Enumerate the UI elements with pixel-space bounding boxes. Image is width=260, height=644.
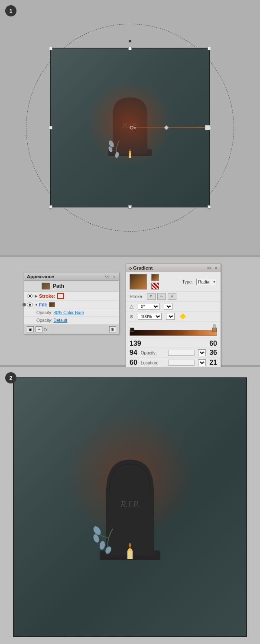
glow-effect xyxy=(87,80,173,167)
aspect-dropdown-wrapper[interactable]: ▼ xyxy=(166,313,175,320)
gradient-end-handle[interactable] xyxy=(205,125,210,130)
gradient-opacity-row: 94 Opacity: ▼ 36 xyxy=(126,348,221,357)
panels-row: Appearance << ≡ Path ▶ Stroke: ▼ Fill: xyxy=(0,257,260,365)
fill-visibility-toggle[interactable] xyxy=(27,303,33,307)
gradient-stroke-label: Stroke: xyxy=(130,294,143,299)
appearance-collapse-btn[interactable]: << xyxy=(104,274,110,279)
section-1-canvas: 1 R.I.P. xyxy=(0,0,260,255)
gradient-titlebar[interactable]: ◇ Gradient << ≡ xyxy=(126,264,221,272)
opacity-prop-label: Opacity: xyxy=(141,351,165,355)
aspect-dropdown[interactable]: ▼ xyxy=(166,313,175,320)
handle-br[interactable] xyxy=(208,205,211,209)
section-2-canvas: 2 R.I.P. xyxy=(0,367,260,644)
appearance-menu-btn[interactable]: ≡ xyxy=(112,274,116,279)
angle-dropdown-wrapper[interactable]: ▼ xyxy=(164,303,172,310)
gradient-bar-area: 🗑 xyxy=(126,322,221,338)
svg-point-19 xyxy=(129,543,131,547)
handle-tr[interactable] xyxy=(208,47,211,50)
svg-rect-16 xyxy=(127,551,133,559)
gradient-bar[interactable] xyxy=(130,330,217,336)
fill-connector-dot xyxy=(23,303,26,306)
gradient-num-5: 60 xyxy=(130,359,137,367)
gradient-handle-icon xyxy=(180,313,186,319)
svg-point-14 xyxy=(99,541,105,550)
gradient-swatch-small[interactable] xyxy=(151,274,159,281)
gradient-num-4: 36 xyxy=(209,349,217,357)
fill-expand-arrow[interactable]: ▼ xyxy=(35,303,38,307)
handle-tm[interactable] xyxy=(128,47,132,50)
gradient-handle-line[interactable] xyxy=(130,125,210,130)
fill-row[interactable]: ▼ Fill: xyxy=(24,301,119,309)
aspect-select[interactable]: 100% xyxy=(138,313,162,320)
appearance-panel-controls: << ≡ xyxy=(104,274,116,279)
fill-swatch[interactable] xyxy=(49,302,55,307)
gradient-num-3: 94 xyxy=(130,349,137,357)
appearance-bottom-bar: ▣ + fx 🗑 xyxy=(24,325,119,334)
stroke-visibility-toggle[interactable] xyxy=(27,294,33,298)
svg-point-17 xyxy=(128,548,132,551)
step-2-badge: 2 xyxy=(5,372,16,383)
gradient-stop-left[interactable] xyxy=(130,328,134,332)
canvas-area-1[interactable]: R.I.P. xyxy=(50,48,210,208)
gradient-stroke-row: Stroke: ⊓ ▭ ⊔ xyxy=(126,292,221,302)
stroke-row[interactable]: ▶ Stroke: xyxy=(24,292,119,301)
gradient-panel: ◇ Gradient << ≡ Type: Radial Linear xyxy=(126,264,221,368)
location-dropdown-wrapper[interactable]: ▼ xyxy=(198,359,206,366)
opacity-dropdown-wrapper[interactable]: ▼ xyxy=(198,349,206,356)
stroke-btn-3[interactable]: ⊔ xyxy=(168,293,176,300)
path-row: Path xyxy=(24,281,119,292)
appearance-panel: Appearance << ≡ Path ▶ Stroke: ▼ Fill: xyxy=(24,272,119,334)
opacity-input[interactable] xyxy=(168,350,195,356)
stroke-expand-arrow[interactable]: ▶ xyxy=(35,294,38,298)
opacity2-label: Opacity: Default xyxy=(33,318,67,323)
gradient-menu-btn[interactable]: ≡ xyxy=(214,266,218,270)
rotation-handle[interactable] xyxy=(129,40,131,42)
angle-select-wrapper[interactable]: 0° 45° 90° xyxy=(138,303,159,310)
location-input[interactable] xyxy=(168,360,195,366)
gradient-num-2: 60 xyxy=(209,340,217,348)
gradient-collapse-btn[interactable]: << xyxy=(206,266,212,270)
opacity2-row: Opacity: Default xyxy=(24,317,119,325)
aspect-select-wrapper[interactable]: 100% xyxy=(138,313,162,320)
opacity-dropdown[interactable]: ▼ xyxy=(198,349,206,356)
gradient-title: ◇ Gradient xyxy=(129,265,153,270)
handle-ml[interactable] xyxy=(49,126,52,129)
gradient-numbers-row: 139 60 xyxy=(126,338,221,348)
gradient-angle-row: △ 0° 45° 90° ▼ xyxy=(126,302,221,312)
appearance-titlebar[interactable]: Appearance << ≡ xyxy=(24,273,119,281)
type-select-wrapper[interactable]: Radial Linear xyxy=(196,279,217,285)
aspect-symbol: ⊙ xyxy=(130,314,133,319)
layer-icon[interactable]: ▣ xyxy=(27,326,34,332)
handle-bm[interactable] xyxy=(128,205,132,209)
type-control: Type: Radial Linear xyxy=(162,279,217,285)
gradient-stop-right[interactable] xyxy=(212,328,217,332)
gradient-location-row: 60 Location: ▼ 21 xyxy=(126,357,221,367)
path-label: Path xyxy=(53,283,64,289)
gradient-panel-controls: << ≡ xyxy=(206,266,218,270)
step-1-badge: 1 xyxy=(5,5,16,16)
handle-bl[interactable] xyxy=(49,205,52,209)
angle-select[interactable]: 0° 45° 90° xyxy=(138,303,159,310)
location-dropdown[interactable]: ▼ xyxy=(198,359,206,366)
location-prop-label: Location: xyxy=(141,361,165,365)
gradient-aspect-row: ⊙ 100% ▼ xyxy=(126,312,221,322)
opacity1-value[interactable]: 80% Color Burn xyxy=(53,310,84,315)
trash-icon[interactable]: 🗑 xyxy=(109,326,116,332)
opacity2-value[interactable]: Default xyxy=(53,318,67,323)
stroke-none-icon[interactable] xyxy=(151,283,159,290)
stroke-btn-1[interactable]: ⊓ xyxy=(147,293,156,300)
path-thumbnail xyxy=(42,283,50,290)
stroke-btn-2[interactable]: ▭ xyxy=(157,293,166,300)
fx-label[interactable]: fx xyxy=(44,327,48,332)
canvas-area-2[interactable]: R.I.P. xyxy=(13,377,247,637)
angle-dropdown[interactable]: ▼ xyxy=(164,303,172,310)
handle-tl[interactable] xyxy=(49,47,52,50)
tombstone-svg-2: R.I.P. xyxy=(69,425,191,589)
svg-point-13 xyxy=(92,534,100,544)
stroke-label: Stroke: xyxy=(39,293,55,299)
new-item-icon[interactable]: + xyxy=(36,326,42,332)
stroke-swatch[interactable] xyxy=(57,293,64,299)
type-select[interactable]: Radial Linear xyxy=(196,279,217,285)
fill-label: Fill: xyxy=(39,302,48,307)
angle-symbol: △ xyxy=(130,303,133,309)
